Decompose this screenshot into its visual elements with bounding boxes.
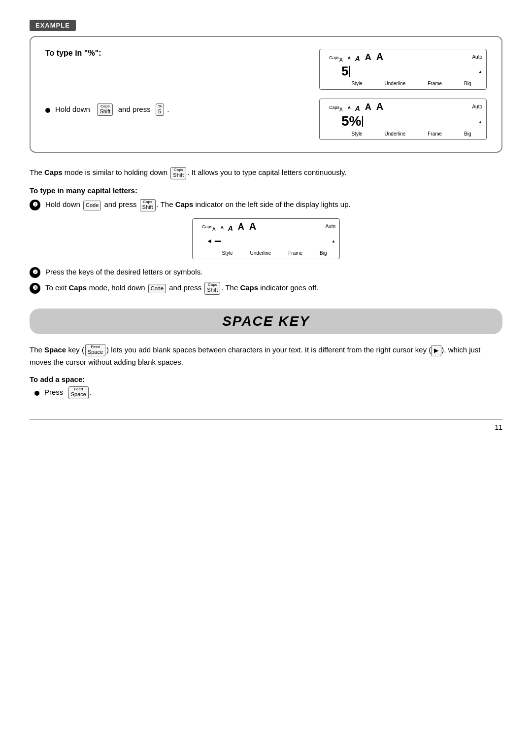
lcd-text-3: – bbox=[214, 233, 221, 248]
shift-key-wrap: Caps Shift bbox=[97, 103, 113, 116]
step-1-text: Hold down Code and press Caps Shift . Th… bbox=[45, 199, 351, 211]
press-label: Press bbox=[44, 388, 63, 396]
letter-a2-2: ᴬ bbox=[348, 105, 350, 112]
big-label-3: Big bbox=[320, 250, 327, 256]
code-key-wrap-2: Code bbox=[148, 282, 166, 294]
letter-a4: A bbox=[365, 52, 371, 63]
percent-key[interactable]: % 5 bbox=[156, 103, 164, 116]
display-3-center: Caps A ᴬ A A A Auto ◄ – ▲ bbox=[30, 218, 502, 259]
shift-key-wrap-2: Caps Shift bbox=[140, 199, 156, 211]
and-press-text: and press bbox=[118, 105, 151, 113]
lcd-text-2: 5% bbox=[341, 113, 361, 129]
footer-divider bbox=[30, 419, 502, 419]
letter-size-row-1: A ᴬ A A A bbox=[339, 51, 469, 63]
code-key-label-1: Code bbox=[86, 202, 99, 208]
shift-key-inline-btn[interactable]: Caps Shift bbox=[170, 167, 186, 179]
underline-label-1: Underline bbox=[385, 81, 406, 86]
space-key-2[interactable]: Feed Space bbox=[68, 386, 89, 399]
letter-a4-2: A bbox=[365, 102, 371, 112]
cursor-2 bbox=[362, 116, 363, 127]
lcd-bottom-1: Style Underline Frame Big bbox=[324, 81, 482, 86]
example-box: To type in "%": Caps A ᴬ A A A Auto bbox=[30, 36, 502, 153]
letter-a1-3: A bbox=[212, 227, 216, 232]
code-key-1[interactable]: Code bbox=[83, 201, 101, 210]
style-label-2: Style bbox=[351, 131, 362, 137]
letter-size-row-2: A ᴬ A A A bbox=[339, 101, 469, 112]
shift-key3-bottom: Shift bbox=[207, 287, 218, 293]
caps-bold-2: Caps bbox=[175, 200, 194, 208]
section-title-space-key: SPACE KEY bbox=[30, 309, 502, 334]
caps-left-content-2 bbox=[324, 121, 339, 122]
lcd-bottom-2: Style Underline Frame Big bbox=[324, 131, 482, 137]
shift-key-inline: Caps Shift bbox=[170, 167, 186, 179]
space-bold: Space bbox=[44, 345, 66, 354]
cursor-1 bbox=[349, 66, 350, 77]
bullet-dot-space bbox=[34, 391, 39, 396]
shift-inline-top: Caps bbox=[173, 168, 184, 172]
footer-row: 11 bbox=[30, 423, 502, 431]
auto-label-1: Auto bbox=[472, 54, 482, 60]
shift-key-top: Caps bbox=[100, 104, 110, 108]
step-1: ❶ Hold down Code and press Caps Shift . … bbox=[30, 199, 502, 211]
press-space-text: Press Feed Space . bbox=[44, 386, 92, 399]
caps-left-content-1 bbox=[324, 71, 339, 72]
lcd-content-2: 5% bbox=[339, 113, 478, 129]
to-type-label: To type in "%": bbox=[45, 49, 309, 58]
underline-label-2: Underline bbox=[385, 131, 406, 137]
space-key-inline[interactable]: Feed Space bbox=[85, 344, 105, 356]
bullet-item-1: Hold down Caps Shift and press % 5 bbox=[45, 103, 309, 116]
letter-a2: ᴬ bbox=[348, 56, 350, 63]
step-3-text: To exit Caps mode, hold down Code and pr… bbox=[45, 282, 318, 295]
lcd-display-2: Caps A ᴬ A A A Auto 5% ▲ bbox=[319, 99, 487, 140]
letter-a5-3: A bbox=[249, 221, 256, 232]
caps-label-1: Caps bbox=[329, 55, 339, 60]
space-key2-top: Feed bbox=[71, 387, 86, 391]
letter-a3-3: A bbox=[228, 224, 233, 232]
caps-body-text: The Caps mode is similar to holding down… bbox=[30, 167, 502, 179]
letter-a5: A bbox=[376, 51, 383, 63]
step-1-number: ❶ bbox=[30, 200, 40, 210]
lcd-display-3: Caps A ᴬ A A A Auto ◄ – ▲ bbox=[192, 218, 340, 259]
caps-label-3: Caps bbox=[202, 224, 212, 229]
display-2-container: Caps A ᴬ A A A Auto 5% ▲ bbox=[319, 99, 487, 140]
code-key-label-2: Code bbox=[151, 285, 164, 291]
example-left-2: Hold down Caps Shift and press % 5 bbox=[45, 99, 319, 116]
big-label-1: Big bbox=[464, 81, 471, 86]
caps-arrow-left: ◄ bbox=[206, 238, 212, 244]
numbered-list: ❶ Hold down Code and press Caps Shift . … bbox=[30, 199, 502, 295]
shift-key2-bottom: Shift bbox=[142, 204, 153, 210]
shift-key-bottom: Shift bbox=[100, 108, 110, 115]
code-key-2[interactable]: Code bbox=[148, 284, 166, 293]
step-2-number: ❷ bbox=[30, 267, 40, 278]
frame-label-1: Frame bbox=[428, 81, 442, 86]
step-3: ❸ To exit Caps mode, hold down Code and … bbox=[30, 282, 502, 295]
code-key-wrap-1: Code bbox=[83, 199, 101, 211]
caps-bold-3: Caps bbox=[69, 283, 87, 292]
page-number: 11 bbox=[495, 423, 502, 431]
style-label-3: Style bbox=[222, 250, 233, 256]
auto-label-3: Auto bbox=[325, 224, 335, 229]
shift-key3-top: Caps bbox=[207, 283, 218, 287]
letter-a3-2: A bbox=[355, 104, 360, 112]
example-left-1: To type in "%": bbox=[45, 49, 319, 66]
letter-a3: A bbox=[355, 55, 360, 63]
add-space-heading: To add a space: bbox=[30, 375, 502, 383]
letter-a5-2: A bbox=[376, 101, 383, 112]
step-2-text: Press the keys of the desired letters or… bbox=[45, 266, 202, 278]
shift-key[interactable]: Caps Shift bbox=[97, 103, 113, 116]
caps-label-2: Caps bbox=[329, 105, 339, 110]
space-key-body: The Space key ( Feed Space ) lets you ad… bbox=[30, 344, 502, 369]
lcd-bottom-3: Style Underline Frame Big bbox=[197, 250, 335, 256]
bullet-dot-1 bbox=[45, 108, 50, 113]
triangle-3: ▲ bbox=[332, 239, 335, 243]
cursor-right-key[interactable]: ▶ bbox=[431, 345, 441, 356]
lcd-content-1: 5 bbox=[339, 64, 478, 79]
big-label-2: Big bbox=[464, 131, 471, 137]
shift-key-2[interactable]: Caps Shift bbox=[140, 199, 156, 211]
space-key-wrap-inline: Feed Space bbox=[85, 344, 105, 357]
caps-bold-4: Caps bbox=[240, 283, 258, 292]
shift-key2-top: Caps bbox=[142, 200, 153, 204]
shift-key-3[interactable]: Caps Shift bbox=[204, 282, 220, 294]
shift-inline-bottom: Shift bbox=[173, 172, 184, 178]
example-badge: EXAMPLE bbox=[30, 20, 76, 31]
